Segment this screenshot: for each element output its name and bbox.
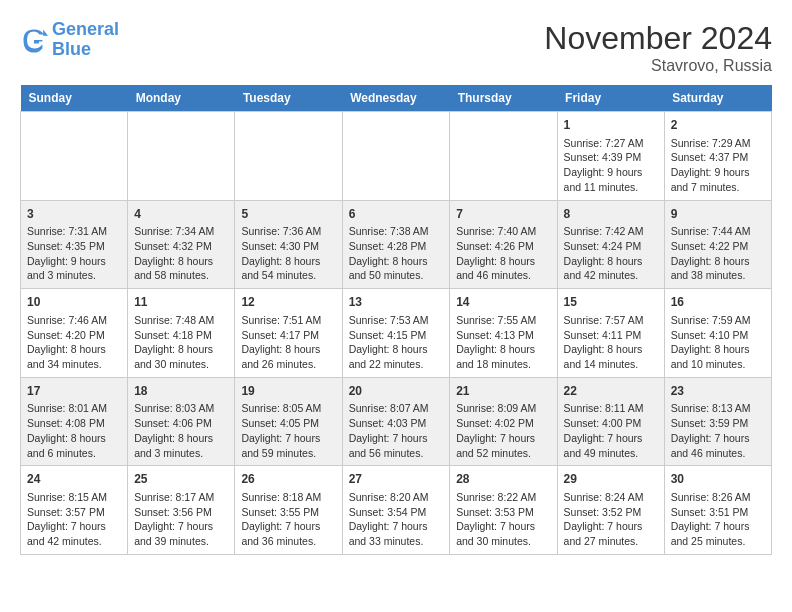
day-number: 15 <box>564 294 658 311</box>
day-number: 23 <box>671 383 765 400</box>
day-detail: Daylight: 7 hours and 25 minutes. <box>671 519 765 548</box>
day-detail: Sunrise: 7:27 AM <box>564 136 658 151</box>
calendar-week-row: 24Sunrise: 8:15 AMSunset: 3:57 PMDayligh… <box>21 466 772 555</box>
day-detail: Sunset: 3:55 PM <box>241 505 335 520</box>
calendar-cell: 12Sunrise: 7:51 AMSunset: 4:17 PMDayligh… <box>235 289 342 378</box>
day-number: 16 <box>671 294 765 311</box>
day-of-week-header: Wednesday <box>342 85 450 112</box>
day-number: 2 <box>671 117 765 134</box>
day-detail: Daylight: 8 hours and 22 minutes. <box>349 342 444 371</box>
day-number: 11 <box>134 294 228 311</box>
day-detail: Sunset: 3:51 PM <box>671 505 765 520</box>
calendar-cell <box>21 112 128 201</box>
day-detail: Sunset: 4:13 PM <box>456 328 550 343</box>
day-detail: Sunrise: 8:17 AM <box>134 490 228 505</box>
day-detail: Sunrise: 8:11 AM <box>564 401 658 416</box>
day-detail: Sunset: 4:32 PM <box>134 239 228 254</box>
day-detail: Sunset: 4:06 PM <box>134 416 228 431</box>
calendar-cell: 4Sunrise: 7:34 AMSunset: 4:32 PMDaylight… <box>128 200 235 289</box>
day-detail: Sunset: 3:54 PM <box>349 505 444 520</box>
calendar-cell: 7Sunrise: 7:40 AMSunset: 4:26 PMDaylight… <box>450 200 557 289</box>
calendar-cell: 26Sunrise: 8:18 AMSunset: 3:55 PMDayligh… <box>235 466 342 555</box>
day-detail: Sunrise: 8:07 AM <box>349 401 444 416</box>
day-of-week-header: Tuesday <box>235 85 342 112</box>
day-detail: Daylight: 7 hours and 42 minutes. <box>27 519 121 548</box>
calendar-cell: 30Sunrise: 8:26 AMSunset: 3:51 PMDayligh… <box>664 466 771 555</box>
calendar-cell: 25Sunrise: 8:17 AMSunset: 3:56 PMDayligh… <box>128 466 235 555</box>
day-detail: Sunrise: 7:38 AM <box>349 224 444 239</box>
day-number: 8 <box>564 206 658 223</box>
day-detail: Daylight: 7 hours and 33 minutes. <box>349 519 444 548</box>
day-detail: Daylight: 7 hours and 27 minutes. <box>564 519 658 548</box>
day-detail: Daylight: 7 hours and 36 minutes. <box>241 519 335 548</box>
calendar-cell: 28Sunrise: 8:22 AMSunset: 3:53 PMDayligh… <box>450 466 557 555</box>
day-number: 10 <box>27 294 121 311</box>
day-detail: Sunset: 4:18 PM <box>134 328 228 343</box>
day-number: 7 <box>456 206 550 223</box>
calendar-cell <box>450 112 557 201</box>
day-detail: Sunrise: 7:34 AM <box>134 224 228 239</box>
logo-icon <box>20 26 48 54</box>
day-of-week-header: Thursday <box>450 85 557 112</box>
calendar-cell: 8Sunrise: 7:42 AMSunset: 4:24 PMDaylight… <box>557 200 664 289</box>
day-number: 22 <box>564 383 658 400</box>
day-number: 27 <box>349 471 444 488</box>
day-detail: Daylight: 9 hours and 11 minutes. <box>564 165 658 194</box>
calendar-week-row: 3Sunrise: 7:31 AMSunset: 4:35 PMDaylight… <box>21 200 772 289</box>
day-number: 9 <box>671 206 765 223</box>
calendar-cell: 1Sunrise: 7:27 AMSunset: 4:39 PMDaylight… <box>557 112 664 201</box>
calendar-cell: 14Sunrise: 7:55 AMSunset: 4:13 PMDayligh… <box>450 289 557 378</box>
day-detail: Sunset: 4:15 PM <box>349 328 444 343</box>
calendar-week-row: 17Sunrise: 8:01 AMSunset: 4:08 PMDayligh… <box>21 377 772 466</box>
day-detail: Sunset: 4:20 PM <box>27 328 121 343</box>
day-detail: Daylight: 8 hours and 34 minutes. <box>27 342 121 371</box>
day-detail: Daylight: 8 hours and 26 minutes. <box>241 342 335 371</box>
day-detail: Sunrise: 8:15 AM <box>27 490 121 505</box>
day-detail: Daylight: 7 hours and 39 minutes. <box>134 519 228 548</box>
calendar-table: SundayMondayTuesdayWednesdayThursdayFrid… <box>20 85 772 555</box>
day-number: 28 <box>456 471 550 488</box>
calendar-header-row: SundayMondayTuesdayWednesdayThursdayFrid… <box>21 85 772 112</box>
day-detail: Daylight: 9 hours and 3 minutes. <box>27 254 121 283</box>
day-number: 6 <box>349 206 444 223</box>
logo: General Blue <box>20 20 119 60</box>
day-detail: Sunset: 4:24 PM <box>564 239 658 254</box>
day-detail: Daylight: 8 hours and 6 minutes. <box>27 431 121 460</box>
day-detail: Daylight: 8 hours and 30 minutes. <box>134 342 228 371</box>
day-detail: Daylight: 8 hours and 54 minutes. <box>241 254 335 283</box>
day-detail: Daylight: 8 hours and 58 minutes. <box>134 254 228 283</box>
day-detail: Sunrise: 7:36 AM <box>241 224 335 239</box>
day-number: 12 <box>241 294 335 311</box>
day-detail: Sunrise: 7:48 AM <box>134 313 228 328</box>
calendar-cell: 24Sunrise: 8:15 AMSunset: 3:57 PMDayligh… <box>21 466 128 555</box>
calendar-cell: 6Sunrise: 7:38 AMSunset: 4:28 PMDaylight… <box>342 200 450 289</box>
day-number: 25 <box>134 471 228 488</box>
day-detail: Sunset: 4:26 PM <box>456 239 550 254</box>
day-number: 20 <box>349 383 444 400</box>
day-detail: Sunset: 4:02 PM <box>456 416 550 431</box>
logo-text: General Blue <box>52 20 119 60</box>
day-detail: Sunset: 3:59 PM <box>671 416 765 431</box>
day-detail: Sunset: 4:05 PM <box>241 416 335 431</box>
calendar-cell: 22Sunrise: 8:11 AMSunset: 4:00 PMDayligh… <box>557 377 664 466</box>
day-detail: Sunset: 3:57 PM <box>27 505 121 520</box>
day-detail: Sunrise: 8:03 AM <box>134 401 228 416</box>
day-of-week-header: Sunday <box>21 85 128 112</box>
day-of-week-header: Saturday <box>664 85 771 112</box>
day-of-week-header: Friday <box>557 85 664 112</box>
day-detail: Sunrise: 8:05 AM <box>241 401 335 416</box>
day-detail: Sunrise: 8:01 AM <box>27 401 121 416</box>
day-number: 14 <box>456 294 550 311</box>
day-detail: Sunset: 3:53 PM <box>456 505 550 520</box>
day-number: 5 <box>241 206 335 223</box>
day-detail: Sunrise: 8:09 AM <box>456 401 550 416</box>
day-of-week-header: Monday <box>128 85 235 112</box>
day-detail: Sunrise: 7:46 AM <box>27 313 121 328</box>
title-block: November 2024 Stavrovo, Russia <box>544 20 772 75</box>
day-detail: Sunrise: 7:57 AM <box>564 313 658 328</box>
month-title: November 2024 <box>544 20 772 57</box>
day-detail: Sunset: 4:39 PM <box>564 150 658 165</box>
calendar-cell: 18Sunrise: 8:03 AMSunset: 4:06 PMDayligh… <box>128 377 235 466</box>
day-detail: Sunset: 4:22 PM <box>671 239 765 254</box>
day-detail: Sunrise: 7:44 AM <box>671 224 765 239</box>
